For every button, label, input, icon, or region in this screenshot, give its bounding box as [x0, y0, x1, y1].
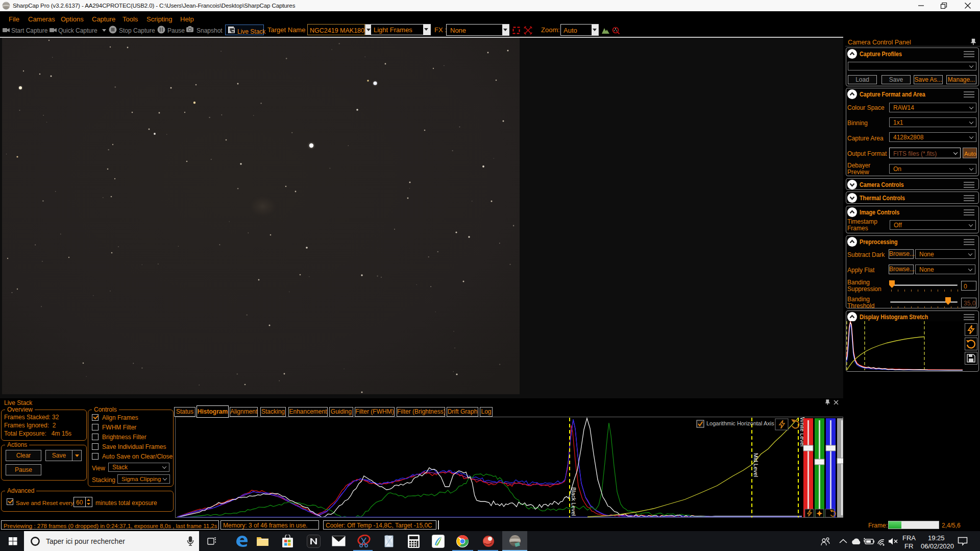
svg-text:Black Level: Black Level	[571, 487, 577, 516]
svg-text:Logarithmic Horizontal Axis: Logarithmic Horizontal Axis	[706, 420, 774, 426]
svg-text:Mid Level: Mid Level	[753, 453, 759, 477]
